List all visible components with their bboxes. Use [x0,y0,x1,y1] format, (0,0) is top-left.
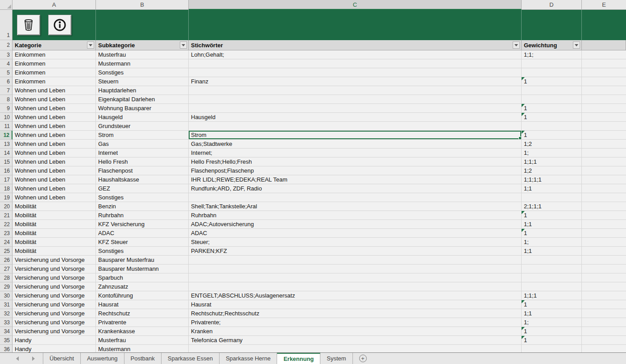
cell-stichwoerter[interactable]: Ruhrbahn [189,211,522,220]
cell-stichwoerter[interactable]: Lohn;Gehalt; [189,50,522,59]
sheet-tab-übersicht[interactable]: Übersicht [43,353,81,364]
cell-stichwoerter[interactable]: ADAC [189,229,522,238]
cell-stichwoerter[interactable]: Telefonica Germany [189,336,522,345]
row-number[interactable]: 25 [0,247,12,256]
sheet-tab-system[interactable]: System [320,353,352,364]
cell-stichwoerter[interactable] [189,59,522,68]
row-number[interactable]: 13 [0,140,12,149]
cell-kategorie[interactable]: Versicherung und Vorsorge [12,265,96,273]
cell-empty[interactable] [582,327,626,336]
cell-stichwoerter[interactable]: PARKEN;KFZ [189,247,522,256]
cell-empty[interactable] [582,157,626,166]
cell-empty[interactable] [582,95,626,104]
cell-subkategorie[interactable]: Hello Fresh [96,157,189,166]
cell-stichwoerter[interactable]: Steuer; [189,238,522,247]
row-number[interactable]: 29 [0,282,12,291]
cell-stichwoerter[interactable] [189,265,522,273]
cell-stichwoerter[interactable] [189,95,522,104]
cell-gewichtung[interactable]: 2;1;1;1 [522,202,582,211]
cell-gewichtung[interactable] [522,122,582,131]
cell-gewichtung[interactable]: 1;1 [522,220,582,229]
cell-kategorie[interactable]: Mobilität [12,220,96,229]
row-number[interactable]: 10 [0,113,12,122]
row-number[interactable]: 23 [0,229,12,238]
cell-kategorie[interactable]: Versicherung und Vorsorge [12,256,96,265]
cell-empty[interactable] [582,300,626,309]
sheet-tab-auswertung[interactable]: Auswertung [81,353,124,364]
row-number[interactable]: 18 [0,184,12,193]
row-number[interactable]: 7 [0,86,12,95]
row-number[interactable]: 17 [0,175,12,184]
row-number[interactable]: 5 [0,68,12,77]
cell-subkategorie[interactable]: Sonstiges [96,193,189,202]
cell-empty[interactable] [582,273,626,282]
cell-subkategorie[interactable]: Internet [96,149,189,157]
cell-subkategorie[interactable]: Musterfrau [96,50,189,59]
row-number[interactable]: 15 [0,157,12,166]
cell-kategorie[interactable]: Mobilität [12,238,96,247]
cell-stichwoerter[interactable] [189,122,522,131]
cell-subkategorie[interactable]: Hausrat [96,300,189,309]
cell-gewichtung[interactable]: 1;1; [522,50,582,59]
cell-gewichtung[interactable] [522,193,582,202]
cell-stichwoerter[interactable]: Flaschenpost;Flaschenp [189,166,522,175]
cell-subkategorie[interactable]: GEZ [96,184,189,193]
cell-subkategorie[interactable]: Mustermann [96,59,189,68]
cell-empty[interactable] [582,202,626,211]
cell-gewichtung[interactable] [522,68,582,77]
cell-kategorie[interactable]: Handy [12,345,96,352]
cell-kategorie[interactable]: Wohnen und Leben [12,122,96,131]
cell-kategorie[interactable]: Versicherung und Vorsorge [12,318,96,327]
cell-gewichtung[interactable] [522,265,582,273]
cell-stichwoerter[interactable]: Kranken [189,327,522,336]
cell-stichwoerter[interactable] [189,345,522,352]
cell-gewichtung[interactable]: 1; [522,238,582,247]
row-number[interactable]: 31 [0,300,12,309]
cell-empty[interactable] [582,256,626,265]
cell-subkategorie[interactable]: Grundsteuer [96,122,189,131]
cell-gewichtung[interactable]: 1;1 [522,309,582,318]
row-number[interactable]: 11 [0,122,12,131]
cell-empty[interactable] [582,113,626,122]
sheet-tab-postbank[interactable]: Postbank [124,353,162,364]
cell-gewichtung[interactable]: 1 [522,211,582,220]
cell-empty[interactable] [582,77,626,86]
cell-subkategorie[interactable]: Flaschenpost [96,166,189,175]
delete-button[interactable] [17,15,40,35]
cell-subkategorie[interactable]: Hauptdarlehen [96,86,189,95]
cell-subkategorie[interactable]: Zahnzusatz [96,282,189,291]
sheet-tab-sparkasse-herne[interactable]: Sparkasse Herne [220,353,277,364]
cell-subkategorie[interactable]: KFZ Steuer [96,238,189,247]
cell-empty[interactable] [582,247,626,256]
cell-empty[interactable] [582,309,626,318]
row-number[interactable]: 8 [0,95,12,104]
cell-empty[interactable] [582,220,626,229]
cell-empty[interactable] [582,50,626,59]
row-number[interactable]: 30 [0,291,12,300]
header-kategorie[interactable]: Kategorie [12,40,96,50]
cell-kategorie[interactable]: Handy [12,336,96,345]
cell-subkategorie[interactable]: Bausparer Musterfrau [96,256,189,265]
info-button[interactable] [48,15,71,35]
cell-gewichtung[interactable]: 1 [522,336,582,345]
cell-stichwoerter[interactable] [189,104,522,113]
cell-gewichtung[interactable]: 1 [522,113,582,122]
cell-subkategorie[interactable]: Musterfrau [96,336,189,345]
cell-gewichtung[interactable]: 1;1;1 [522,291,582,300]
row-number[interactable]: 35 [0,336,12,345]
cell-empty[interactable] [582,104,626,113]
cell-empty[interactable] [582,229,626,238]
cell-kategorie[interactable]: Wohnen und Leben [12,95,96,104]
cell-empty[interactable] [582,318,626,327]
cell-stichwoerter[interactable] [189,273,522,282]
cell-subkategorie[interactable]: Ruhrbahn [96,211,189,220]
header-empty[interactable] [582,40,626,50]
cell-empty[interactable] [582,291,626,300]
cell-gewichtung[interactable] [522,273,582,282]
column-header-a[interactable]: A [12,0,96,10]
cell-gewichtung[interactable] [522,345,582,352]
cell-kategorie[interactable]: Versicherung und Vorsorge [12,282,96,291]
cell-kategorie[interactable]: Wohnen und Leben [12,175,96,184]
cell-subkategorie[interactable]: Benzin [96,202,189,211]
row-number[interactable]: 34 [0,327,12,336]
